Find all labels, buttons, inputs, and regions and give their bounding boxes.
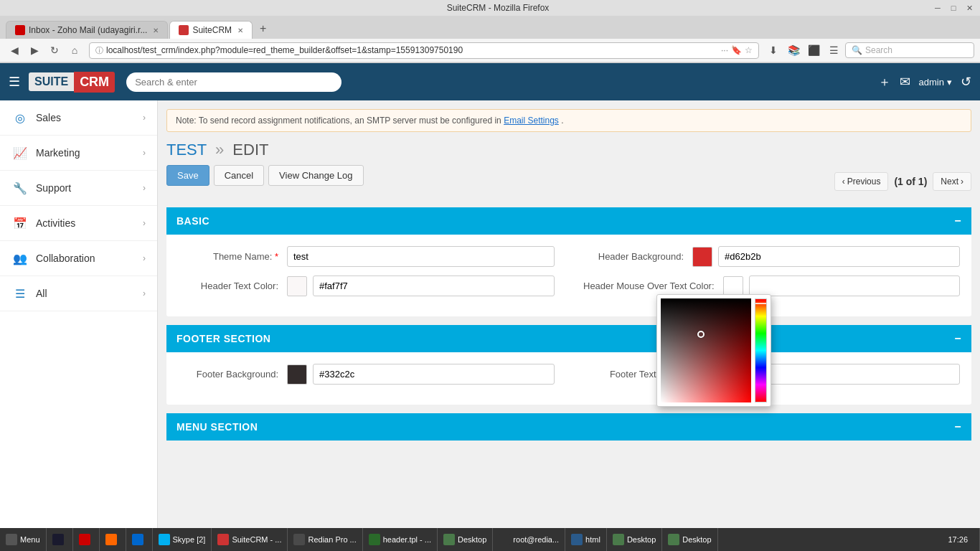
next-button[interactable]: Next › — [933, 172, 971, 191]
tab-suitecrm-label: SuiteCRM — [192, 25, 232, 35]
support-icon: 🔧 — [11, 179, 29, 197]
tab-zoho[interactable]: Inbox - Zoho Mail (udayagiri.r... ✕ — [6, 21, 168, 39]
theme-name-input[interactable] — [287, 246, 555, 267]
taskbar-desktop1[interactable]: Desktop — [438, 528, 493, 551]
taskbar-menu[interactable]: Menu — [0, 528, 47, 551]
maximize-button[interactable]: □ — [948, 3, 958, 13]
user-dropdown-icon: ▾ — [947, 77, 952, 88]
reload-button[interactable]: ↻ — [46, 42, 63, 59]
add-icon[interactable]: ＋ — [878, 73, 891, 90]
sidebar-item-collaboration[interactable]: 👥 Collaboration › — [0, 241, 157, 276]
header-text-swatch[interactable] — [287, 276, 307, 296]
logo-suite: SUITE — [29, 72, 74, 91]
window-controls[interactable]: ─ □ ✕ — [933, 3, 974, 13]
required-indicator: * — [275, 251, 278, 262]
sidebar-icon[interactable]: ⬛ — [805, 42, 822, 59]
taskbar-item-4[interactable] — [126, 528, 153, 551]
view-change-log-button[interactable]: View Change Log — [268, 165, 363, 186]
search-icon: 🔍 — [852, 45, 862, 55]
color-picker-popup[interactable] — [656, 294, 771, 407]
taskbar-html[interactable]: html — [565, 528, 607, 551]
back-button[interactable]: ◀ — [6, 42, 23, 59]
close-button[interactable]: ✕ — [964, 3, 974, 13]
star-icon[interactable]: ☆ — [745, 45, 753, 55]
sidebar-item-sales[interactable]: ◎ Sales › — [0, 100, 157, 136]
user-menu[interactable]: admin ▾ — [919, 77, 952, 88]
home-button[interactable]: ⌂ — [66, 42, 83, 59]
theme-name-input-wrapper — [287, 246, 555, 267]
taskbar-desktop2-icon — [613, 534, 624, 545]
global-search-input[interactable] — [126, 72, 341, 92]
email-settings-link[interactable]: Email Settings — [504, 116, 559, 126]
color-gradient-canvas[interactable] — [661, 298, 751, 402]
taskbar-item-1[interactable] — [47, 528, 73, 551]
basic-minimize-button[interactable]: − — [954, 215, 961, 227]
footer-bg-group: Footer Background: — [178, 364, 555, 385]
forward-button[interactable]: ▶ — [26, 42, 43, 59]
footer-minimize-button[interactable]: − — [954, 332, 961, 345]
sidebar-label-marketing: Marketing — [36, 147, 143, 159]
taskbar-item-2[interactable] — [73, 528, 100, 551]
bookmark-icon[interactable]: 🔖 — [731, 45, 742, 55]
taskbar-desktop1-icon — [443, 534, 455, 545]
header-mouseover-label: Header Mouse Over Text Color: — [583, 281, 715, 291]
sidebar-item-activities[interactable]: 📅 Activities › — [0, 206, 157, 241]
minimize-button[interactable]: ─ — [933, 3, 943, 13]
address-bar[interactable]: ⓘ localhost/test_crm/index.php?module=re… — [89, 42, 759, 59]
app-search[interactable] — [126, 72, 877, 92]
library-icon[interactable]: 📚 — [785, 42, 802, 59]
sidebar-label-support: Support — [36, 182, 143, 194]
zoho-favicon — [15, 25, 25, 35]
cancel-button[interactable]: Cancel — [214, 165, 264, 186]
footer-bg-input[interactable] — [313, 364, 555, 385]
taskbar-root[interactable]: root@redia... — [493, 528, 565, 551]
header-bg-swatch[interactable] — [692, 247, 712, 267]
theme-name-label: Theme Name: * — [178, 251, 278, 262]
basic-section-title: BASIC — [176, 215, 209, 227]
taskbar: Menu Skype [2] SuiteCRM - ... Redian Pro… — [0, 528, 980, 551]
window-title: SuiteCRM - Mozilla Firefox — [63, 3, 933, 13]
sidebar-label-sales: Sales — [36, 112, 143, 123]
taskbar-desktop2[interactable]: Desktop — [607, 528, 662, 551]
collaboration-icon: 👥 — [11, 250, 29, 267]
logo-crm: CRM — [74, 72, 115, 93]
firefox-search[interactable]: 🔍 Search — [845, 42, 974, 58]
taskbar-header-label: header.tpl - ... — [383, 535, 431, 544]
taskbar-suitecrm[interactable]: SuiteCRM - ... — [212, 528, 288, 551]
tab-zoho-close[interactable]: ✕ — [153, 27, 159, 34]
header-mouseover-input[interactable] — [749, 276, 960, 296]
color-hue-slider[interactable] — [755, 298, 767, 402]
sidebar-item-marketing[interactable]: 📈 Marketing › — [0, 136, 157, 171]
taskbar-skype[interactable]: Skype [2] — [153, 528, 212, 551]
footer-bg-swatch[interactable] — [287, 364, 307, 385]
address-menu-icon[interactable]: ··· — [721, 45, 728, 55]
mail-icon[interactable]: ✉ — [900, 74, 910, 90]
header-mouseover-swatch[interactable] — [723, 276, 743, 296]
footer-section-body: Footer Background: Footer Text Color: — [166, 352, 971, 405]
notice-bar: Note: To send record assignment notifica… — [166, 109, 971, 132]
tab-suitecrm[interactable]: SuiteCRM ✕ — [169, 21, 253, 39]
sidebar-item-support[interactable]: 🔧 Support › — [0, 171, 157, 206]
header-text-color-input[interactable] — [313, 276, 555, 296]
main-content: ◎ Sales › 📈 Marketing › 🔧 Support › 📅 Ac… — [0, 100, 980, 537]
taskbar-redian[interactable]: Redian Pro ... — [288, 528, 362, 551]
nav-bar: ◀ ▶ ↻ ⌂ ⓘ localhost/test_crm/index.php?m… — [0, 39, 980, 62]
save-button[interactable]: Save — [166, 165, 209, 186]
sidebar-item-all[interactable]: ☰ All › — [0, 276, 157, 311]
taskbar-desktop3[interactable]: Desktop — [662, 528, 717, 551]
refresh-icon[interactable]: ↺ — [961, 74, 971, 90]
nav-actions: ⬇ 📚 ⬛ ☰ — [765, 42, 842, 59]
tab-suitecrm-close[interactable]: ✕ — [237, 27, 243, 34]
content-area: Note: To send record assignment notifica… — [158, 100, 980, 537]
taskbar-header[interactable]: header.tpl - ... — [363, 528, 438, 551]
breadcrumb-link[interactable]: TEST — [166, 141, 207, 159]
menu-icon[interactable]: ☰ — [825, 42, 842, 59]
header-bg-input[interactable] — [718, 246, 960, 267]
menu-minimize-button[interactable]: − — [954, 420, 961, 433]
download-icon[interactable]: ⬇ — [765, 42, 782, 59]
new-tab-button[interactable]: + — [254, 19, 272, 39]
taskbar-item-3[interactable] — [100, 528, 126, 551]
previous-button[interactable]: ‹ Previous — [834, 172, 889, 191]
tab-bar: Inbox - Zoho Mail (udayagiri.r... ✕ Suit… — [0, 16, 980, 39]
hamburger-menu[interactable]: ☰ — [9, 74, 20, 90]
